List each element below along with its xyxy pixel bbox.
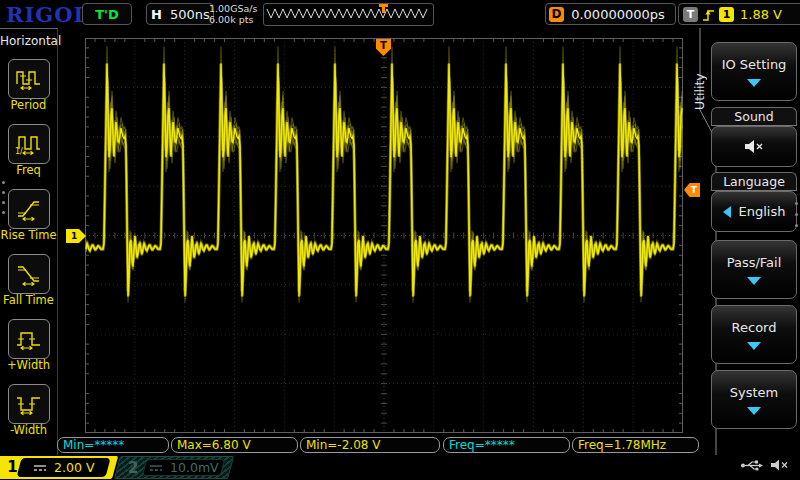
measurement-min-ch1: Min=-2.08 V: [300, 437, 440, 453]
delay-label: D: [549, 7, 564, 22]
io-setting-label: IO Setting: [722, 57, 787, 72]
period-icon[interactable]: [8, 59, 50, 99]
plus-width-icon[interactable]: [8, 319, 50, 359]
trigger-level-value: 1.88 V: [740, 7, 782, 22]
horizontal-timebase-box[interactable]: H 500ns: [146, 3, 214, 25]
channel1-badge[interactable]: 1 2.00 V: [0, 456, 118, 479]
menu-item-label: Period: [0, 98, 57, 112]
trigger-label: T: [683, 7, 698, 22]
menu-scroll-dot: [2, 191, 5, 194]
pass-fail-button[interactable]: Pass/Fail: [711, 240, 797, 299]
measurement-min-ch2: Min=*****: [57, 437, 169, 453]
dc-coupling-icon: [149, 463, 163, 473]
measurement-max-ch1: Max=6.80 V: [171, 437, 298, 453]
trigger-source-badge: 1: [719, 7, 734, 22]
rigol-logo: RIGOL: [6, 2, 89, 27]
memory-depth: 6.00k pts: [209, 14, 258, 25]
freq-icon[interactable]: 1/: [8, 124, 50, 164]
system-button[interactable]: System: [711, 370, 797, 429]
speaker-muted-icon: [744, 139, 764, 154]
menu-item-label: -Width: [0, 423, 57, 437]
delay-value: 0.00000000ps: [571, 7, 665, 22]
measurement-freq-ch2: Freq=*****: [443, 437, 570, 453]
menu-scroll-dot: [2, 181, 5, 184]
minus-width-icon[interactable]: [8, 384, 50, 424]
acquisition-info: 1.00GSa/s 6.00k pts: [209, 3, 258, 25]
fall-time-icon[interactable]: [8, 254, 50, 294]
utility-tab-title: Utility: [692, 52, 712, 132]
chevron-down-icon: [747, 407, 761, 415]
top-bar: RIGOL T'D H 500ns 1.00GSa/s 6.00k pts D …: [0, 0, 800, 28]
waveform-preview: [263, 3, 434, 26]
channel1-scale: 2.00 V: [54, 460, 94, 475]
usb-icon: [740, 459, 764, 472]
chevron-left-icon: [723, 206, 731, 218]
channel-bar: 1 2.00 V 2 10.0mV: [0, 455, 800, 480]
preview-waveform: [264, 4, 431, 23]
speaker-muted-icon: [770, 458, 790, 472]
system-label: System: [730, 385, 778, 400]
svg-text:1/: 1/: [15, 147, 23, 156]
menu-item-label: +Width: [0, 358, 57, 372]
channel1-number: 1: [7, 458, 17, 476]
menu-scroll-dot: [795, 213, 798, 216]
delay-box[interactable]: D 0.00000000ps: [545, 3, 676, 25]
menu-item-label: Rise Time: [0, 228, 57, 242]
menu-item-label: Fall Time: [0, 293, 57, 307]
right-menu-panel: Utility IO Setting Sound Language Englis…: [700, 28, 800, 455]
pass-fail-label: Pass/Fail: [727, 255, 782, 270]
timebase-value: 500ns: [170, 7, 210, 22]
sound-button[interactable]: [711, 126, 797, 167]
menu-scroll-dot: [795, 224, 798, 227]
channel2-badge[interactable]: 2 10.0mV: [114, 456, 234, 479]
left-menu-title: Horizontal: [0, 34, 57, 48]
oscilloscope-screen: RIGOL T'D H 500ns 1.00GSa/s 6.00k pts D …: [0, 0, 800, 480]
language-label: Language: [711, 172, 797, 191]
sound-label: Sound: [711, 107, 797, 126]
chevron-down-icon: [747, 277, 761, 285]
menu-scroll-dot: [795, 202, 798, 205]
trigger-info-box[interactable]: T 1 1.88 V: [678, 3, 800, 25]
dc-coupling-icon: [33, 463, 47, 473]
preview-trigger-marker[interactable]: [379, 4, 388, 13]
menu-scroll-dot: [2, 211, 5, 214]
io-setting-button[interactable]: IO Setting: [711, 42, 797, 101]
measurement-freq-ch1: Freq=1.78MHz: [572, 437, 699, 453]
rising-edge-icon: [702, 7, 715, 22]
record-label: Record: [732, 320, 777, 335]
channel2-number: 2: [128, 459, 138, 477]
language-button[interactable]: English: [711, 191, 797, 232]
h-label: H: [151, 7, 162, 22]
record-button[interactable]: Record: [711, 305, 797, 364]
chevron-down-icon: [747, 342, 761, 350]
channel1-ground-marker[interactable]: 1: [66, 229, 86, 243]
left-menu-panel: Horizontal Period 1/ Freq: [0, 28, 58, 456]
menu-item-label: Freq: [0, 163, 57, 177]
menu-scroll-dot: [2, 201, 5, 204]
language-value: English: [739, 204, 786, 219]
chevron-down-icon: [747, 79, 761, 87]
channel2-scale: 10.0mV: [170, 460, 219, 475]
trigger-status-badge: T'D: [82, 3, 132, 25]
rise-time-icon[interactable]: [8, 189, 50, 229]
sample-rate: 1.00GSa/s: [209, 3, 258, 14]
scope-display: [85, 38, 683, 433]
